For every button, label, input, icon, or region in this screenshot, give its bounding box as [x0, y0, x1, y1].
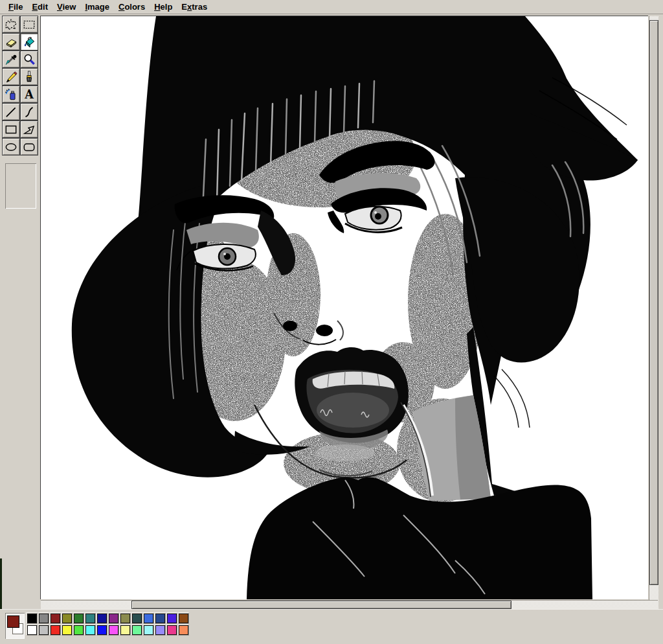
- paint-application-window: File Edit View Image Colors Help Extras: [0, 0, 663, 644]
- eyedropper-icon: [4, 52, 18, 67]
- line-tool[interactable]: [2, 103, 20, 121]
- palette-swatch[interactable]: [119, 624, 131, 636]
- polygon-icon: [22, 122, 36, 137]
- rect-select-tool[interactable]: [20, 16, 38, 33]
- palette-swatch[interactable]: [142, 612, 154, 624]
- palette-swatch[interactable]: [38, 624, 49, 636]
- palette-swatch[interactable]: [154, 624, 166, 636]
- palette-swatch[interactable]: [154, 612, 166, 624]
- palette-swatch[interactable]: [73, 612, 84, 624]
- menu-image[interactable]: Image: [80, 1, 114, 12]
- svg-text:A: A: [24, 87, 34, 101]
- drawing-canvas[interactable]: [40, 16, 648, 599]
- line-icon: [4, 105, 18, 119]
- palette-swatch[interactable]: [49, 624, 61, 636]
- palette-swatch[interactable]: [26, 612, 38, 624]
- palette-swatch[interactable]: [96, 612, 107, 624]
- palette-swatch[interactable]: [107, 624, 119, 636]
- palette-swatch[interactable]: [107, 612, 119, 624]
- freeform-select-tool[interactable]: [2, 16, 20, 33]
- palette-swatch[interactable]: [166, 624, 177, 636]
- palette-swatch[interactable]: [131, 624, 142, 636]
- menu-file[interactable]: File: [4, 1, 27, 12]
- palette-swatch[interactable]: [38, 612, 49, 624]
- palette-swatch[interactable]: [61, 624, 73, 636]
- magnifier-icon: [22, 52, 36, 67]
- rounded-rect-icon: [22, 140, 36, 154]
- tool-palette: A: [0, 14, 40, 609]
- desktop-edge-sliver: [0, 558, 2, 609]
- color-swatch-grid: [26, 612, 189, 636]
- palette-swatch[interactable]: [177, 624, 189, 636]
- color-picker-tool[interactable]: [2, 51, 20, 68]
- menu-colors[interactable]: Colors: [114, 1, 150, 12]
- palette-swatch[interactable]: [119, 612, 131, 624]
- palette-swatch[interactable]: [49, 612, 61, 624]
- menu-help[interactable]: Help: [150, 1, 177, 12]
- menu-extras[interactable]: Extras: [177, 1, 212, 12]
- ellipse-tool[interactable]: [2, 138, 20, 155]
- rect-select-icon: [22, 17, 36, 32]
- airbrush-icon: [4, 87, 18, 102]
- fill-bucket-icon: [22, 35, 36, 49]
- eraser-tool[interactable]: [2, 33, 20, 51]
- vertical-scrollbar-thumb[interactable]: [649, 20, 658, 585]
- color-palette-bar: [0, 609, 663, 644]
- pencil-tool[interactable]: [2, 68, 20, 86]
- palette-swatch[interactable]: [131, 612, 142, 624]
- horizontal-scrollbar-thumb[interactable]: [131, 601, 511, 609]
- current-colors-indicator[interactable]: [5, 613, 25, 639]
- palette-swatch[interactable]: [177, 612, 189, 624]
- airbrush-tool[interactable]: [2, 86, 20, 103]
- rectangle-icon: [4, 122, 18, 137]
- pencil-icon: [4, 70, 18, 84]
- horizontal-scrollbar[interactable]: [41, 600, 658, 609]
- palette-swatch[interactable]: [142, 624, 154, 636]
- palette-swatch[interactable]: [73, 624, 84, 636]
- curve-icon: [22, 105, 36, 119]
- freeform-select-icon: [4, 17, 18, 32]
- palette-swatch[interactable]: [84, 612, 96, 624]
- foreground-color-swatch[interactable]: [7, 615, 19, 628]
- brush-icon: [22, 70, 36, 84]
- tool-grid: A: [2, 16, 39, 155]
- text-icon: A: [22, 87, 36, 102]
- text-tool[interactable]: A: [20, 86, 38, 103]
- menu-view[interactable]: View: [52, 1, 80, 12]
- rounded-rect-tool[interactable]: [20, 138, 38, 155]
- eraser-icon: [4, 35, 18, 49]
- ellipse-icon: [4, 140, 18, 154]
- palette-swatch[interactable]: [84, 624, 96, 636]
- palette-swatch[interactable]: [61, 612, 73, 624]
- vertical-scrollbar[interactable]: [649, 16, 658, 609]
- curve-tool[interactable]: [20, 103, 38, 121]
- menu-bar: File Edit View Image Colors Help Extras: [0, 0, 663, 14]
- magnifier-tool[interactable]: [20, 51, 38, 68]
- tool-options-panel[interactable]: [5, 163, 36, 209]
- palette-swatch[interactable]: [26, 624, 38, 636]
- rectangle-tool[interactable]: [2, 121, 20, 138]
- brush-tool[interactable]: [20, 68, 38, 86]
- palette-swatch[interactable]: [166, 612, 177, 624]
- portrait-clothing: [247, 477, 592, 600]
- palette-swatch[interactable]: [96, 624, 107, 636]
- menu-edit[interactable]: Edit: [27, 1, 52, 12]
- canvas-artwork: [41, 16, 648, 599]
- fill-tool[interactable]: [20, 33, 38, 51]
- polygon-tool[interactable]: [20, 121, 38, 138]
